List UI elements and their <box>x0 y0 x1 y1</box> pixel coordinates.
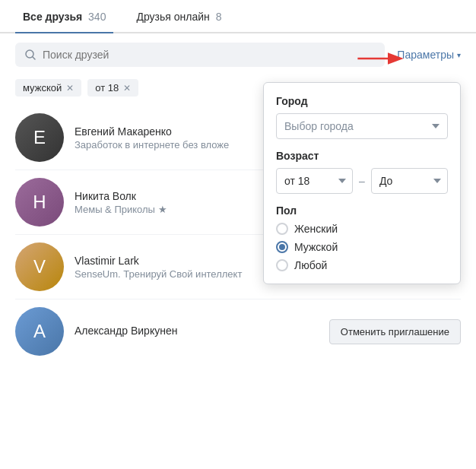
city-section-title: Город <box>276 95 448 107</box>
gender-section-title: Пол <box>276 204 448 217</box>
radio-male-circle <box>276 241 288 253</box>
tabs-bar: Все друзья 340 Друзья онлайн 8 <box>0 0 476 33</box>
params-label: Параметры <box>397 49 454 61</box>
tab-online-friends[interactable]: Друзья онлайн 8 <box>129 0 229 32</box>
age-from-select[interactable]: от 18 <box>276 168 353 194</box>
gender-male-option[interactable]: Мужской <box>276 241 448 253</box>
params-button[interactable]: Параметры ▾ <box>397 49 461 61</box>
filter-age-label: от 18 <box>95 82 119 93</box>
radio-female-circle <box>276 223 288 235</box>
search-icon <box>24 49 36 61</box>
avatar: Н <box>15 178 64 227</box>
friend-action: Отменить приглашение <box>329 319 461 344</box>
radio-any-circle <box>276 259 288 271</box>
friend-name[interactable]: Александр Виркунен <box>75 325 320 337</box>
avatar: А <box>15 307 64 356</box>
gender-female-option[interactable]: Женский <box>276 223 448 235</box>
tab-all-friends[interactable]: Все друзья 340 <box>15 0 113 32</box>
age-row: от 18 – До <box>276 168 448 194</box>
gender-female-label: Женский <box>294 223 338 235</box>
filter-tag-age[interactable]: от 18 ✕ <box>87 79 138 97</box>
avatar: E <box>15 113 64 162</box>
gender-radio-group: Женский Мужской Любой <box>276 223 448 271</box>
page: Все друзья 340 Друзья онлайн 8 Параметры… <box>0 0 476 469</box>
tab-all-count: 340 <box>88 11 106 23</box>
age-section-title: Возраст <box>276 150 448 162</box>
gender-male-label: Мужской <box>294 241 338 253</box>
age-dash: – <box>359 175 365 187</box>
filter-gender-close[interactable]: ✕ <box>66 83 74 93</box>
tab-all-label: Все друзья <box>23 11 82 23</box>
cancel-invite-button[interactable]: Отменить приглашение <box>329 319 461 344</box>
friend-info: Александр Виркунен <box>75 325 320 338</box>
chevron-down-icon: ▾ <box>457 51 461 59</box>
params-dropdown: Город Выбор города Возраст от 18 – До По… <box>263 82 461 284</box>
tab-online-count: 8 <box>216 11 222 23</box>
city-select[interactable]: Выбор города <box>276 113 448 139</box>
search-input[interactable] <box>43 49 376 61</box>
search-input-wrap <box>15 43 385 67</box>
gender-any-label: Любой <box>294 259 327 271</box>
svg-line-1 <box>33 57 35 59</box>
search-bar: Параметры ▾ <box>0 33 476 76</box>
gender-any-option[interactable]: Любой <box>276 259 448 271</box>
filter-gender-label: мужской <box>23 82 62 93</box>
age-to-select[interactable]: До <box>371 168 448 194</box>
friend-item: А Александр Виркунен Отменить приглашени… <box>15 299 461 363</box>
filter-age-close[interactable]: ✕ <box>123 83 131 93</box>
avatar: V <box>15 242 64 291</box>
filter-tag-gender[interactable]: мужской ✕ <box>15 79 81 97</box>
tab-online-label: Друзья онлайн <box>136 11 209 23</box>
